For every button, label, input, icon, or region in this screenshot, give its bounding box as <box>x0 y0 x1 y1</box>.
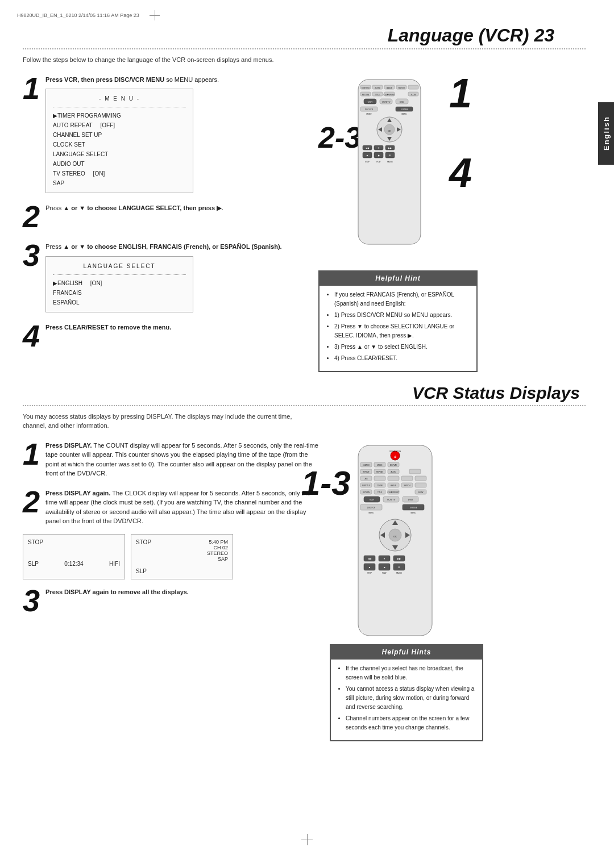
svg-text:VCR: VCR <box>368 101 373 103</box>
hint-list: If you select FRANCAIS (French), or ESPA… <box>326 290 470 363</box>
svg-text:◀◀: ◀◀ <box>368 557 372 560</box>
vcr-step-3: 3 Press DISPLAY again to remove all the … <box>23 585 318 616</box>
svg-text:PLAY: PLAY <box>382 572 386 574</box>
svg-text:TITLE: TITLE <box>377 491 382 494</box>
menu-item-5: LANGUAGE SELECT <box>53 149 186 159</box>
svg-text:MENU: MENU <box>367 113 372 115</box>
svg-text:REPEAT: REPEAT <box>363 471 370 473</box>
step-2-number: 2 <box>23 201 40 232</box>
db2-slp: SLP <box>136 568 228 574</box>
vcr-step-2-content: Press DISPLAY again. The CLOCK display w… <box>45 486 318 526</box>
svg-text:MENU: MENU <box>369 512 374 514</box>
hint-item-3: 2) Press ▼ to choose SELECTION LANGUE or… <box>334 322 470 340</box>
svg-text:DISC/VCR: DISC/VCR <box>367 507 376 509</box>
vcr-right: 1-3 ⏻ STAND-BY ON <box>330 439 483 741</box>
db2-stereo: STEREO <box>207 550 228 556</box>
svg-text:ZOOM: ZOOM <box>375 87 380 89</box>
db1-line2: SLP 0:12:34 HIFI <box>28 561 120 567</box>
svg-text:A-B: A-B <box>364 478 367 480</box>
vcr-step-2-number: 2 <box>23 486 40 517</box>
language-intro: Follow the steps below to change the lan… <box>23 55 307 65</box>
language-steps-left: 1 Press VCR, then press DISC/VCR MENU so… <box>23 73 307 372</box>
svg-text:STOP: STOP <box>365 161 370 163</box>
hints-item-1: If the channel you select has no broadca… <box>346 664 475 682</box>
crosshair-icon <box>150 10 160 20</box>
lang-sep <box>53 274 186 275</box>
menu-item-1: ▶TIMER PROGRAMMING <box>53 111 186 120</box>
step-1-number: 1 <box>23 73 40 103</box>
overlay-4: 4 <box>449 152 472 193</box>
lang-option-2: FRANCAIS <box>53 288 186 298</box>
language-step-1: 1 Press VCR, then press DISC/VCR MENU so… <box>23 73 307 194</box>
step-3-content: Press ▲ or ▼ to choose ENGLISH, FRANCAIS… <box>45 240 307 312</box>
menu-item-3: CHANNEL SET UP <box>53 130 186 140</box>
display-box-1: STOP SLP 0:12:34 HIFI <box>23 534 125 579</box>
db1-line1: STOP <box>28 539 120 545</box>
svg-text:SLOW: SLOW <box>418 491 424 494</box>
svg-rect-79 <box>415 483 426 487</box>
hints-title: Helpful Hints <box>331 645 482 660</box>
svg-text:REPEAT: REPEAT <box>376 471 383 473</box>
hints-item-3: Channel numbers appear on the screen for… <box>346 714 475 732</box>
db2-right: 5:40 PM CH 02 STEREO SAP <box>207 539 228 562</box>
vcr-steps-left: 1 Press DISPLAY. The COUNT display will … <box>23 439 318 741</box>
menu-item-7: TV STEREO [ON] <box>53 169 186 178</box>
svg-rect-71 <box>388 476 399 481</box>
db1-time: 0:12:34 <box>64 561 83 567</box>
vcr-step-2: 2 Press DISPLAY again. The CLOCK display… <box>23 486 318 526</box>
helpful-hint-box: Helpful Hint If you select FRANCAIS (Fre… <box>318 270 478 372</box>
language-step-2: 2 Press ▲ or ▼ to choose LANGUAGE SELECT… <box>23 201 307 232</box>
print-header: H9820UD_IB_EN_1_0210 2/14/05 11:16 AM Pa… <box>0 10 614 25</box>
svg-text:SYSTEM: SYSTEM <box>410 507 417 509</box>
remote-svg-vcr: ⏻ STAND-BY ON SEARCH MODE DISPLAY <box>352 444 483 639</box>
hint-item-2: 1) Press DISC/VCR MENU so MENU appears. <box>334 311 470 320</box>
svg-text:DVD: DVD <box>408 498 413 501</box>
svg-text:MENU: MENU <box>402 113 407 115</box>
db2-line1: STOP 5:40 PM CH 02 STEREO SAP <box>136 539 228 562</box>
language-step-4: 4 Press CLEAR/RESET to remove the menu. <box>23 320 307 351</box>
svg-text:STAND-BY ON: STAND-BY ON <box>389 450 401 453</box>
svg-text:ZOOM: ZOOM <box>377 485 383 487</box>
step-4-number: 4 <box>23 320 40 351</box>
helpful-hints-box: Helpful Hints If the channel you select … <box>330 644 483 741</box>
svg-text:OK: OK <box>388 130 391 132</box>
menu-item-4: CLOCK SET <box>53 140 186 149</box>
svg-text:▶▶: ▶▶ <box>397 557 401 560</box>
step-1-menu-box: - M E N U - ▶TIMER PROGRAMMING AUTO REPE… <box>45 89 193 193</box>
vcr-intro: You may access status displays by pressi… <box>23 412 307 431</box>
print-header-text: H9820UD_IB_EN_1_0210 2/14/05 11:16 AM Pa… <box>17 12 139 18</box>
svg-text:PAUSE: PAUSE <box>387 161 393 163</box>
page-wrapper: H9820UD_IB_EN_1_0210 2/14/05 11:16 AM Pa… <box>0 0 614 868</box>
step-1-content: Press VCR, then press DISC/VCR MENU so M… <box>45 73 307 194</box>
svg-text:▼: ▼ <box>377 147 380 149</box>
svg-text:PLAY: PLAY <box>376 161 380 163</box>
remote-svg-lang: SUBTITLE ZOOM ANGLE SKP/CH RETURN TITLE … <box>352 78 426 250</box>
svg-text:MENU: MENU <box>411 512 416 514</box>
language-step-3: 3 Press ▲ or ▼ to choose ENGLISH, FRANCA… <box>23 240 307 312</box>
hint-title: Helpful Hint <box>320 272 476 286</box>
remote-area: 1 4 2-3 <box>318 73 478 266</box>
svg-text:CLEAR/RESET: CLEAR/RESET <box>384 94 396 96</box>
svg-rect-5 <box>408 85 418 89</box>
hints-list: If the channel you select has no broadca… <box>338 664 475 732</box>
step-4-bold: Press CLEAR/RESET to remove the menu. <box>45 324 171 331</box>
svg-text:VCR/TV: VCR/TV <box>382 101 391 103</box>
svg-text:⏸: ⏸ <box>398 566 400 569</box>
step-3-bold: ▲ or ▼ to choose ENGLISH, FRANCAIS (Fren… <box>63 243 281 250</box>
db2-ch: CH 02 <box>207 545 228 550</box>
db1-hifi: HIFI <box>109 561 120 567</box>
svg-text:ANGLE: ANGLE <box>391 485 396 487</box>
vcr-status-section: VCR Status Displays You may access statu… <box>0 372 614 741</box>
db1-slp: SLP <box>28 561 39 567</box>
overlay-1: 1 <box>449 73 472 114</box>
svg-text:DISPLAY: DISPLAY <box>390 464 397 466</box>
hint-item-1: If you select FRANCAIS (French), or ESPA… <box>334 290 470 308</box>
menu-item-6: AUDIO OUT <box>53 159 186 169</box>
menu-title: - M E N U - <box>53 94 186 103</box>
svg-text:VCR: VCR <box>370 498 375 501</box>
lang-option-3: ESPAÑOL <box>53 298 186 307</box>
svg-text:RETURN: RETURN <box>363 491 370 494</box>
vcr-divider <box>23 405 586 406</box>
svg-text:▼: ▼ <box>383 557 385 560</box>
vcr-step-1-bold: Press DISPLAY. <box>45 442 92 449</box>
